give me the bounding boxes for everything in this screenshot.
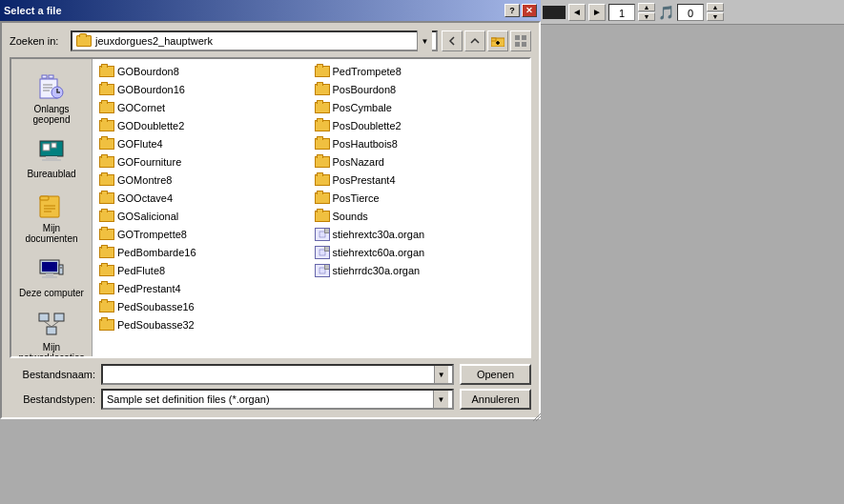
filetype-value: Sample set definition files (*.organ)	[107, 393, 433, 405]
select-file-dialog: Select a file ? ✕ Zoeken in: jeuxdorgues…	[0, 0, 541, 419]
file-item-stiehrrdc30a[interactable]: stiehrrdc30a.organ	[312, 262, 526, 279]
file-item-gosalicional[interactable]: GOSalicional	[96, 208, 311, 225]
resize-grip[interactable]	[533, 412, 541, 419]
documents-icon	[36, 191, 67, 221]
nav-item-desktop[interactable]: Bureaublad	[15, 131, 88, 184]
file-item-sounds[interactable]: Sounds	[312, 208, 526, 225]
titlebar-buttons: ? ✕	[504, 4, 537, 17]
prev-btn[interactable]: ◄	[568, 4, 586, 21]
folder-icon	[315, 66, 330, 77]
file-item-posnazard[interactable]: PosNazard	[312, 153, 526, 171]
svg-rect-25	[46, 273, 53, 276]
svg-rect-15	[42, 159, 61, 161]
toolbar-row: Zoeken in: jeuxdorgues2_hauptwerk ▼	[10, 30, 531, 51]
help-button[interactable]: ?	[504, 4, 520, 17]
cancel-button[interactable]: Annuleren	[460, 389, 531, 410]
filename-input-container[interactable]: ▼	[101, 364, 454, 385]
num-display-2[interactable]: 0	[677, 4, 704, 21]
file-item-gobourdon8[interactable]: GOBourdon8	[96, 63, 311, 80]
location-dropdown[interactable]: jeuxdorgues2_hauptwerk ▼	[71, 30, 438, 51]
network-icon	[36, 310, 67, 340]
filename-label: Bestandsnaam:	[10, 369, 95, 380]
filetype-dropdown-arrow[interactable]: ▼	[433, 391, 448, 408]
folder-icon	[99, 211, 114, 222]
svg-rect-36	[319, 268, 325, 273]
spin-up-2[interactable]: ▲	[707, 3, 724, 11]
file-item-gofourniture[interactable]: GOFourniture	[96, 153, 311, 171]
svg-line-33	[51, 321, 59, 327]
num-display-1[interactable]: 1	[608, 4, 635, 21]
file-name: GOCornet	[117, 102, 165, 113]
network-label: Mijn netwerklocaties	[18, 342, 85, 358]
file-item-gotrompette8[interactable]: GOTrompette8	[96, 226, 311, 243]
up-button[interactable]	[464, 30, 485, 51]
file-item-pedsoubasse32[interactable]: PedSoubasse32	[96, 316, 311, 333]
filetype-dropdown[interactable]: Sample set definition files (*.organ) ▼	[101, 389, 454, 410]
folder-icon	[315, 120, 330, 131]
desktop-label: Bureaublad	[27, 169, 75, 179]
file-item-godoublette2[interactable]: GODoublette2	[96, 117, 311, 134]
file-item-posprestant4[interactable]: PosPrestant4	[312, 171, 526, 189]
spin-down-2[interactable]: ▼	[707, 12, 724, 21]
open-button[interactable]: Openen	[460, 364, 531, 385]
view-button[interactable]	[510, 30, 531, 51]
file-name: stiehrextc30a.organ	[333, 229, 425, 240]
svg-rect-24	[42, 262, 57, 272]
close-button[interactable]: ✕	[522, 4, 537, 17]
file-item-gooctave4[interactable]: GOOctave4	[96, 190, 311, 207]
computer-icon	[36, 255, 67, 286]
svg-rect-31	[47, 327, 56, 334]
file-name: PedBombarde16	[117, 247, 196, 258]
file-item-stiehrextc60a[interactable]: stiehrextc60a.organ	[312, 244, 526, 261]
file-name: GOFlute4	[117, 138, 163, 150]
recently-label: Onlangs geopend	[18, 104, 85, 125]
new-folder-button[interactable]	[487, 30, 508, 51]
file-item-pedprestant4[interactable]: PedPrestant4	[96, 280, 311, 297]
nav-item-network[interactable]: Mijn netwerklocaties	[15, 305, 88, 358]
dialog-titlebar: Select a file ? ✕	[0, 0, 541, 21]
file-name: PedSoubasse32	[117, 319, 195, 331]
file-name: PosNazard	[333, 156, 384, 168]
file-item-posdoublette2[interactable]: PosDoublette2	[312, 117, 526, 134]
file-item-gomontre8[interactable]: GOMontre8	[96, 171, 311, 189]
file-item-gocornet[interactable]: GOCornet	[96, 99, 311, 116]
next-btn[interactable]: ►	[588, 4, 606, 21]
music-icon: 🎵	[658, 5, 674, 20]
svg-rect-2	[515, 35, 520, 40]
file-item-postierce[interactable]: PosTierce	[312, 190, 526, 207]
file-item-poscymbale[interactable]: PosCymbale	[312, 99, 526, 116]
organ-file-icon	[315, 228, 330, 241]
file-name: PosCymbale	[333, 102, 392, 113]
file-item-pedsoubasse16[interactable]: PedSoubasse16	[96, 298, 311, 315]
spin-up[interactable]: ▲	[638, 3, 655, 11]
filename-dropdown-arrow[interactable]: ▼	[434, 366, 448, 383]
file-name: PosDoublette2	[333, 120, 401, 131]
folder-icon	[99, 174, 114, 186]
file-item-poshautbois8[interactable]: PosHautbois8	[312, 135, 526, 152]
file-item-pedtrompete8[interactable]: PedTrompete8	[312, 63, 526, 80]
nav-item-recently[interactable]: Onlangs geopend	[15, 67, 88, 130]
svg-rect-8	[49, 75, 53, 78]
file-name: PedTrompete8	[333, 66, 401, 77]
back-button[interactable]	[442, 30, 463, 51]
spin-down[interactable]: ▼	[638, 12, 655, 21]
file-item-pedbombarde16[interactable]: PedBombarde16	[96, 244, 311, 261]
location-dropdown-arrow[interactable]: ▼	[417, 30, 432, 51]
file-name: PosHautbois8	[333, 138, 399, 150]
file-item-gobourdon16[interactable]: GOBourdon16	[96, 81, 311, 98]
file-name: stiehrrdc30a.organ	[333, 265, 421, 276]
svg-rect-7	[42, 75, 47, 78]
file-item-stiehrextc30a[interactable]: stiehrextc30a.organ	[312, 226, 526, 243]
file-item-posbourdon8[interactable]: PosBourdon8	[312, 81, 526, 98]
folder-icon	[315, 192, 330, 204]
folder-icon	[99, 84, 114, 95]
filename-input[interactable]	[107, 369, 434, 380]
filetype-label: Bestandstypen:	[10, 393, 95, 405]
file-item-placeholder-1	[312, 280, 526, 297]
file-item-goflute4[interactable]: GOFlute4	[96, 135, 311, 152]
file-item-pedflute8[interactable]: PedFlute8	[96, 262, 311, 279]
file-grid: GOBourdon8 PedTrompete8 GOBourdon16 PosB…	[93, 59, 529, 356]
file-name: PosPrestant4	[333, 174, 396, 186]
nav-item-documents[interactable]: Mijn documenten	[15, 186, 88, 249]
nav-item-computer[interactable]: Deze computer	[15, 251, 88, 303]
